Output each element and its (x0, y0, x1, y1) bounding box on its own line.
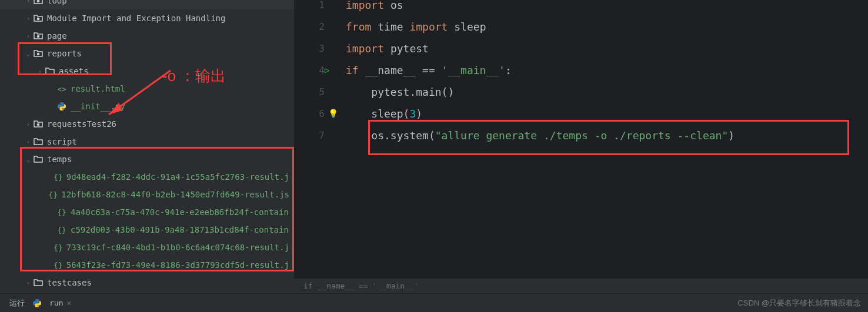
tree-label: requestsTest26 (47, 119, 116, 129)
svg-point-2 (38, 36, 39, 38)
tree-label: 12bfb618-82c8-44f0-b2eb-1450ed7fd649-res… (61, 190, 289, 199)
gutter-line-4[interactable]: 4▷ (294, 59, 325, 81)
tree-label: temps (47, 155, 72, 164)
json-icon: {} (49, 190, 58, 199)
folder-icon (33, 155, 44, 163)
tree-item-c592d003-43b0-491b-9a48-18713b1cd84f-contain[interactable]: {}c592d003-43b0-491b-9a48-18713b1cd84f-c… (0, 221, 294, 239)
tree-label: 4a40c63a-c75a-470c-941e-e2eeb86fb24f-con… (71, 207, 289, 217)
tree-item-12bfb618-82c8-44f0-b2eb-1450ed7fd649-result-js[interactable]: {}12bfb618-82c8-44f0-b2eb-1450ed7fd649-r… (0, 186, 294, 203)
run-panel-label[interactable]: 运行 (9, 298, 25, 308)
folder-dot-icon (33, 49, 44, 58)
tree-item-script[interactable]: ›script (0, 133, 294, 150)
tree-label: assets (59, 66, 89, 76)
run-tab[interactable]: run × (32, 298, 71, 307)
gutter-line-5[interactable]: 5 (294, 81, 325, 103)
chevron-right-icon[interactable]: › (24, 32, 33, 40)
code-line-6[interactable]: 💡 sleep(3) (346, 103, 868, 125)
tree-item-4a40c63a-c75a-470c-941e-e2eeb86fb24f-contain[interactable]: {}4a40c63a-c75a-470c-941e-e2eeb86fb24f-c… (0, 203, 294, 221)
tree-item-733c19cf-c840-4bd1-b1b0-6c6a4c074c68-result-j[interactable]: {}733c19cf-c840-4bd1-b1b0-6c6a4c074c68-r… (0, 239, 294, 256)
bulb-icon[interactable]: 💡 (328, 103, 338, 125)
line-gutter: 1234▷567 (294, 0, 335, 278)
chevron-right-icon[interactable]: › (24, 120, 33, 128)
svg-point-4 (38, 124, 39, 126)
svg-point-3 (38, 53, 39, 55)
chevron-right-icon[interactable]: › (24, 0, 33, 5)
tree-label: Module Import and Exception Handling (47, 14, 225, 23)
tree-item-loop[interactable]: ›loop (0, 0, 294, 9)
code-line-5[interactable]: pytest.main() (346, 81, 868, 103)
tree-label: testcases (47, 278, 92, 287)
close-icon[interactable]: × (66, 298, 71, 307)
folder-dot-icon (33, 120, 44, 128)
run-tab-label: run (49, 298, 63, 307)
tree-label: loop (47, 0, 67, 5)
gutter-line-1[interactable]: 1 (294, 0, 325, 16)
gutter-line-6[interactable]: 6 (294, 103, 325, 125)
folder-icon (45, 67, 55, 75)
tree-label: 5643f23e-fd73-49e4-8186-3d37793cdf5d-res… (66, 260, 289, 270)
code-content[interactable]: import osfrom time import sleepimport py… (335, 0, 868, 278)
svg-point-1 (38, 18, 39, 20)
folder-icon (33, 279, 44, 287)
code-line-7[interactable]: os.system("allure generate ./temps -o ./… (346, 125, 868, 146)
json-icon: {} (56, 226, 67, 234)
tree-item-testcases[interactable]: ›testcases (0, 274, 294, 291)
breadcrumb[interactable]: if __name__ == '__main__' (294, 278, 868, 293)
tree-item-result-html[interactable]: <>result.html (0, 80, 294, 98)
tree-label: 9d48ead4-f282-4ddc-91a4-1c55a5fc2763-res… (66, 172, 289, 182)
chevron-right-icon[interactable]: › (24, 15, 33, 22)
code-editor: 1234▷567 import osfrom time import sleep… (294, 0, 868, 293)
chevron-right-icon[interactable]: › (24, 279, 33, 287)
json-icon: {} (54, 243, 63, 252)
folder-dot-icon (33, 14, 44, 22)
python-icon (56, 102, 67, 110)
tree-item-module-import-and-exception-handling[interactable]: ›Module Import and Exception Handling (0, 9, 294, 27)
json-icon: {} (54, 173, 63, 182)
folder-dot-icon (33, 32, 44, 40)
code-line-2[interactable]: from time import sleep (346, 16, 868, 38)
tree-item-reports[interactable]: ⌄reports (0, 45, 294, 62)
html-icon: <> (56, 85, 67, 93)
tree-item-9d48ead4-f282-4ddc-91a4-1c55a5fc2763-result-j[interactable]: {}9d48ead4-f282-4ddc-91a4-1c55a5fc2763-r… (0, 168, 294, 186)
watermark: CSDN @只要名字够长就有猪跟着念 (737, 298, 861, 308)
gutter-line-3[interactable]: 3 (294, 38, 325, 59)
tree-label: script (47, 137, 77, 146)
tree-item-requeststest26[interactable]: ›requestsTest26 (0, 115, 294, 133)
tree-label: result.html (71, 84, 125, 93)
chevron-down-icon[interactable]: ⌄ (24, 156, 33, 163)
tree-label: page (47, 31, 67, 41)
gutter-line-7[interactable]: 7 (294, 125, 325, 146)
tree-label: reports (47, 49, 82, 58)
chevron-right-icon[interactable]: › (35, 68, 45, 75)
file-tree: ›loop›Module Import and Exception Handli… (0, 0, 294, 293)
folder-dot-icon (33, 0, 44, 5)
tree-item-assets[interactable]: ›assets (0, 62, 294, 80)
chevron-right-icon[interactable]: › (24, 138, 33, 146)
tree-item-temps[interactable]: ⌄temps (0, 150, 294, 168)
tree-item-5643f23e-fd73-49e4-8186-3d37793cdf5d-result-j[interactable]: {}5643f23e-fd73-49e4-8186-3d37793cdf5d-r… (0, 256, 294, 274)
tree-label: __init__.py (71, 102, 125, 111)
tree-item-page[interactable]: ›page (0, 27, 294, 45)
gutter-line-2[interactable]: 2 (294, 16, 325, 38)
chevron-down-icon[interactable]: ⌄ (24, 50, 33, 58)
tree-label: 733c19cf-c840-4bd1-b1b0-6c6a4c074c68-res… (66, 243, 289, 252)
tree-item---init---py[interactable]: __init__.py (0, 98, 294, 115)
code-line-1[interactable]: import os (346, 0, 868, 16)
code-line-3[interactable]: import pytest (346, 38, 868, 59)
run-icon[interactable]: ▷ (325, 59, 329, 81)
json-icon: {} (56, 208, 67, 217)
svg-point-0 (38, 1, 39, 2)
python-icon (32, 299, 42, 307)
code-line-4[interactable]: if __name__ == '__main__': (346, 59, 868, 81)
folder-icon (33, 137, 44, 146)
json-icon: {} (54, 261, 63, 270)
tree-label: c592d003-43b0-491b-9a48-18713b1cd84f-con… (71, 225, 289, 234)
